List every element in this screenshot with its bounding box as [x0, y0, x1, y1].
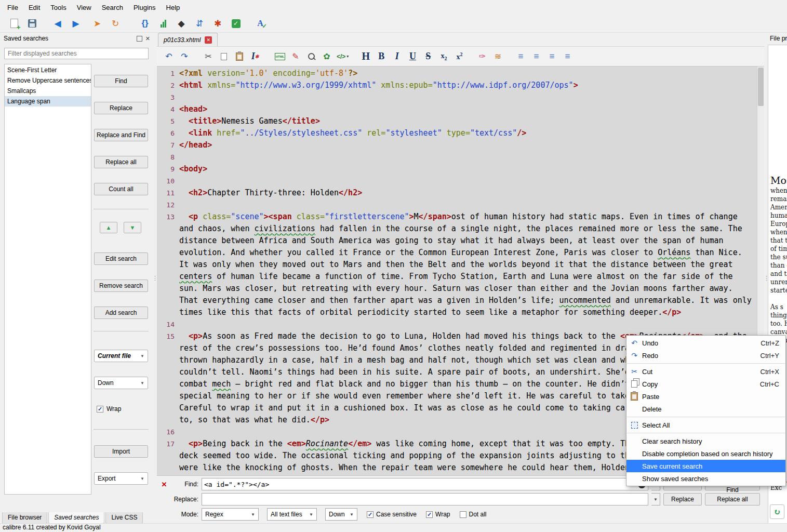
float-panel-icon[interactable]	[137, 36, 142, 42]
import-button[interactable]: Import	[94, 445, 148, 458]
refresh-preview-button[interactable]: ↻	[770, 504, 784, 519]
mode-select[interactable]: Regex▼	[202, 508, 259, 521]
replace-button[interactable]: Replace	[94, 102, 148, 114]
embed-fonts-button[interactable]: {}	[138, 17, 152, 30]
add-search-button[interactable]: Add search	[94, 307, 148, 319]
insert-html-button[interactable]: HTML	[274, 50, 286, 63]
subscript-button[interactable]: x2	[438, 50, 449, 63]
back-button[interactable]: ◀	[51, 17, 64, 30]
search-button[interactable]	[305, 50, 317, 63]
back-icon: ◀	[54, 18, 61, 29]
filter-searches-input[interactable]	[4, 48, 149, 59]
scope-select[interactable]: All text files▼	[267, 508, 317, 521]
redo-menu-item[interactable]: ↷RedoCtrl+Y	[626, 349, 785, 362]
reports-button[interactable]	[156, 17, 170, 30]
scrollbar-thumb[interactable]	[758, 68, 764, 106]
clean-markup-button[interactable]: ≋	[492, 50, 503, 63]
text-color-button[interactable]: ✎	[290, 50, 301, 63]
arrange-files-button[interactable]: ⇵	[193, 17, 206, 30]
remove-search-button[interactable]: Remove search	[94, 280, 148, 292]
redo-button[interactable]: ↷	[179, 50, 190, 63]
save-current-search-menu-item[interactable]: Save current search	[626, 460, 785, 472]
panel-tab-file-browser[interactable]: File browser	[2, 512, 47, 524]
go-to-line-button[interactable]: ➤	[90, 17, 104, 30]
wrap-checkbox-findbar[interactable]: ✓ Wrap	[426, 511, 450, 518]
saved-search-item[interactable]: Scene-First Letter	[5, 65, 91, 75]
menu-search[interactable]: Search	[97, 1, 128, 14]
manage-tags-button[interactable]: ◆	[175, 17, 188, 30]
saved-search-item[interactable]: Remove Uppercase sentences	[5, 75, 91, 86]
search-scope-select[interactable]: Current file▼	[94, 350, 148, 362]
close-search-bar-button[interactable]: ✕	[160, 481, 168, 488]
menu-edit[interactable]: Edit	[23, 1, 45, 14]
clear-search-history-menu-item[interactable]: Clear search history	[626, 435, 785, 447]
close-tab-icon[interactable]: ✕	[205, 36, 212, 44]
findbar-replace-button[interactable]: Replace	[663, 493, 702, 506]
copy-menu-item[interactable]: CopyCtrl+C	[626, 378, 785, 390]
panel-tab-live-css[interactable]: Live CSS	[105, 512, 143, 524]
menu-file[interactable]: File	[2, 1, 23, 14]
findbar-replace-all-button[interactable]: Replace all	[705, 493, 760, 506]
heading-button[interactable]: H	[360, 50, 371, 63]
underline-button[interactable]: U	[407, 50, 418, 63]
special-character-button[interactable]: I✱	[249, 50, 261, 63]
italic-button[interactable]: I	[391, 50, 403, 63]
undo-button[interactable]: ↶	[163, 50, 175, 63]
close-panel-icon[interactable]: ✕	[145, 35, 150, 42]
disable-completion-based-on-search-history-menu-item[interactable]: Disable completion based on search histo…	[626, 447, 785, 460]
find-button[interactable]: Find	[94, 75, 148, 87]
count-all-button[interactable]: Count all	[94, 183, 148, 195]
select-all-menu-item[interactable]: Select All	[626, 419, 785, 431]
check-book-button[interactable]: ✱	[211, 17, 224, 30]
show-saved-searches-menu-item[interactable]: Show saved searches	[626, 472, 785, 485]
replace-all-button[interactable]: Replace all	[94, 156, 148, 168]
menu-help[interactable]: Help	[161, 1, 185, 14]
align-justify-button[interactable]: ≡	[562, 50, 573, 63]
panel-tab-saved-searches[interactable]: Saved searches	[48, 512, 104, 524]
insert-tag-button[interactable]: </>▾	[337, 50, 349, 63]
direction-select[interactable]: Down▼	[325, 508, 357, 521]
cut-button[interactable]: ✂	[203, 50, 214, 63]
format-color-button[interactable]: ✑	[476, 50, 488, 63]
replace-history-dropdown[interactable]: ▼	[651, 493, 660, 506]
upgrade-book-button[interactable]: ✓	[229, 17, 243, 30]
copy-button[interactable]	[218, 50, 230, 63]
dot-all-checkbox[interactable]: Dot all	[460, 511, 487, 518]
edit-search-button[interactable]: Edit search	[94, 252, 148, 265]
saved-search-item[interactable]: Language span	[5, 96, 91, 107]
spellcheck-button[interactable]: A✓	[254, 17, 267, 30]
superscript-button[interactable]: x2	[453, 50, 465, 63]
move-down-button[interactable]: ▼	[124, 222, 141, 233]
delete-menu-item[interactable]: Delete	[626, 403, 785, 415]
menu-view[interactable]: View	[72, 1, 97, 14]
menu-tools[interactable]: Tools	[45, 1, 71, 14]
sync-preview-button[interactable]: ↻	[109, 17, 122, 30]
case-sensitive-checkbox[interactable]: ✓ Case sensitive	[367, 511, 417, 518]
paste-button[interactable]	[234, 50, 245, 63]
left-panel-splitter[interactable]: ⋮	[153, 32, 156, 524]
new-file-button[interactable]	[7, 17, 21, 30]
move-up-button[interactable]: ▲	[100, 222, 117, 233]
paste-menu-item[interactable]: Paste	[626, 390, 785, 403]
wrap-checkbox[interactable]: ✓ Wrap	[97, 405, 121, 413]
replace-input[interactable]	[204, 496, 646, 503]
save-button[interactable]	[25, 17, 39, 30]
insert-link-button[interactable]: ✿	[321, 50, 332, 63]
tab-p01c33-xhtml[interactable]: p01c33.xhtml ✕	[158, 33, 218, 46]
export-button[interactable]: Export▼	[94, 472, 148, 485]
saved-search-list[interactable]: Scene-First LetterRemove Uppercase sente…	[4, 64, 91, 495]
bold-button[interactable]: B	[376, 50, 387, 63]
align-center-button[interactable]: ≡	[530, 50, 542, 63]
strikethrough-button[interactable]: S	[422, 50, 434, 63]
cut-menu-item[interactable]: ✂CutCtrl+X	[626, 365, 785, 378]
align-left-button[interactable]: ≡	[515, 50, 526, 63]
saved-search-item[interactable]: Smallcaps	[5, 86, 91, 96]
forward-button[interactable]: ▶	[69, 17, 83, 30]
align-right-button[interactable]: ≡	[546, 50, 557, 63]
menu-plugins[interactable]: Plugins	[128, 1, 161, 14]
find-input[interactable]	[204, 481, 638, 488]
undo-menu-item[interactable]: ↶UndoCtrl+Z	[626, 337, 785, 349]
preview-text-line: than ei	[770, 261, 787, 270]
search-direction-select[interactable]: Down▼	[94, 377, 148, 389]
replace-and-find-button[interactable]: Replace and Find	[94, 129, 148, 141]
